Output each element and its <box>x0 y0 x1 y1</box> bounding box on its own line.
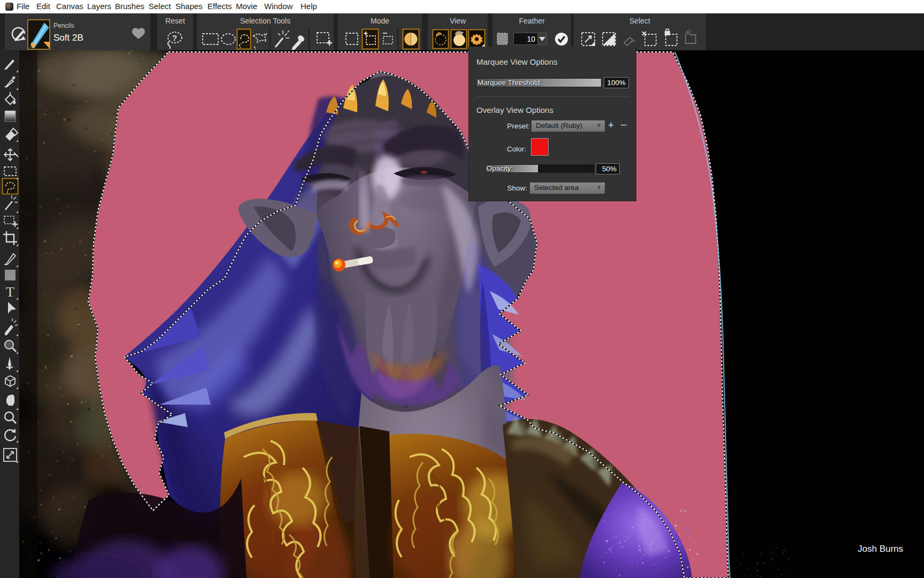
svg-text:?: ? <box>172 33 177 42</box>
svg-text:T: T <box>6 284 14 300</box>
svg-text:10: 10 <box>527 35 535 43</box>
